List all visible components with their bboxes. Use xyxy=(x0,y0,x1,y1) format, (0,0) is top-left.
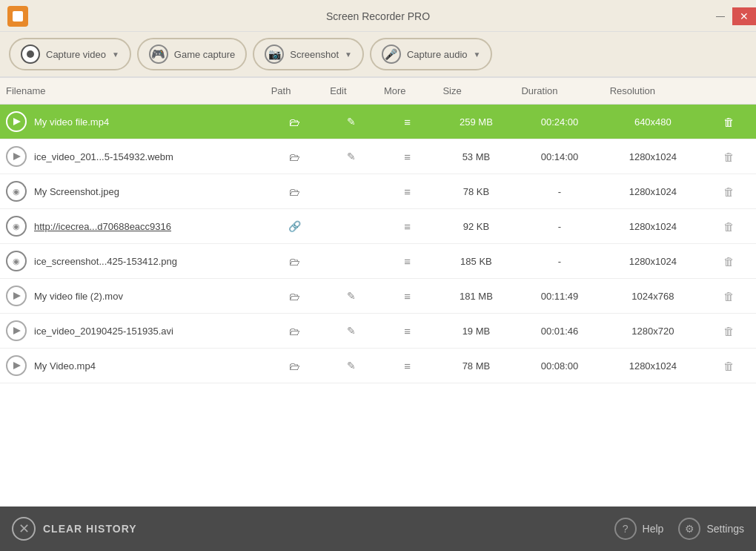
delete-cell: 🗑 xyxy=(702,174,756,209)
delete-icon[interactable]: 🗑 xyxy=(723,325,735,337)
play-triangle xyxy=(13,327,21,334)
more-icon[interactable]: ≡ xyxy=(404,116,411,128)
more-icon[interactable]: ≡ xyxy=(404,325,411,337)
duration-cell: 00:14:00 xyxy=(515,139,603,174)
path-cell: 🗁 xyxy=(265,139,324,174)
screenshot-button[interactable]: 📷 Screenshot ▼ xyxy=(253,38,364,70)
table-row[interactable]: My video file.mp4 🗁 ✎ ≡ 259 MB 00:24:00 … xyxy=(0,105,756,139)
file-list-scroll[interactable]: Filename Path Edit More Size Duration Re… xyxy=(0,78,756,507)
edit-cell: ✎ xyxy=(324,139,378,174)
link-icon[interactable]: 🔗 xyxy=(288,220,301,232)
resolution-cell: 640x480 xyxy=(604,105,702,139)
more-icon[interactable]: ≡ xyxy=(404,360,411,372)
filename-cell: My Video.mp4 xyxy=(0,349,265,383)
settings-icon: ⚙ xyxy=(678,518,700,540)
screenshot-chevron: ▼ xyxy=(345,50,352,59)
game-capture-icon: 🎮 xyxy=(149,44,168,64)
screenshot-type-icon: ◉ xyxy=(6,251,27,271)
minimize-button[interactable]: — xyxy=(709,7,732,25)
filename-cell: My video file.mp4 xyxy=(0,105,265,139)
edit-icon[interactable]: ✎ xyxy=(347,325,356,337)
filename-text: ice_screenshot...425-153412.png xyxy=(34,256,177,267)
path-cell: 🗁 xyxy=(265,349,324,383)
play-triangle xyxy=(13,153,21,160)
filename-text: My video file (2).mov xyxy=(34,291,123,302)
play-icon[interactable] xyxy=(6,320,27,341)
more-icon[interactable]: ≡ xyxy=(404,185,411,198)
capture-audio-button[interactable]: 🎤 Capture audio ▼ xyxy=(370,38,493,70)
delete-cell: 🗑 xyxy=(702,314,756,349)
more-cell: ≡ xyxy=(378,349,437,383)
table-row[interactable]: ◉ http://icecrea...d70688eacc9316 🔗 ≡ 92… xyxy=(0,209,756,244)
delete-icon[interactable]: 🗑 xyxy=(723,151,735,163)
size-cell: 19 MB xyxy=(437,314,515,349)
delete-icon[interactable]: 🗑 xyxy=(723,255,735,268)
settings-label: Settings xyxy=(706,523,744,535)
clear-history-button[interactable]: ✕ CLEAR HISTORY xyxy=(12,517,137,541)
delete-cell: 🗑 xyxy=(702,349,756,383)
path-cell: 🗁 xyxy=(265,105,324,139)
table-row[interactable]: ice_video_201...5-154932.webm 🗁 ✎ ≡ 53 M… xyxy=(0,139,756,174)
edit-icon[interactable]: ✎ xyxy=(347,151,356,162)
delete-cell: 🗑 xyxy=(702,139,756,174)
settings-button[interactable]: ⚙ Settings xyxy=(678,518,744,540)
folder-icon[interactable]: 🗁 xyxy=(289,360,300,372)
folder-icon[interactable]: 🗁 xyxy=(289,116,300,128)
col-header-path: Path xyxy=(265,78,324,105)
screenshot-type-icon: ◉ xyxy=(6,181,27,202)
path-cell: 🗁 xyxy=(265,244,324,279)
table-row[interactable]: ◉ My Screenshot.jpeg 🗁 ≡ 78 KB - 1280x10… xyxy=(0,174,756,209)
screenshot-type-icon: ◉ xyxy=(6,216,27,237)
folder-icon[interactable]: 🗁 xyxy=(289,151,300,163)
delete-icon[interactable]: 🗑 xyxy=(723,360,735,372)
delete-icon[interactable]: 🗑 xyxy=(723,116,735,128)
folder-icon[interactable]: 🗁 xyxy=(289,185,300,198)
resolution-cell: 1024x768 xyxy=(604,279,702,314)
play-icon[interactable] xyxy=(6,111,27,132)
path-cell: 🔗 xyxy=(265,209,324,244)
more-cell: ≡ xyxy=(378,314,437,349)
folder-icon[interactable]: 🗁 xyxy=(289,290,300,303)
resolution-cell: 1280x1024 xyxy=(604,244,702,279)
table-row[interactable]: My video file (2).mov 🗁 ✎ ≡ 181 MB 00:11… xyxy=(0,279,756,314)
close-button[interactable]: ✕ xyxy=(732,7,756,25)
delete-icon[interactable]: 🗑 xyxy=(723,220,735,233)
duration-cell: - xyxy=(515,174,603,209)
more-icon[interactable]: ≡ xyxy=(404,151,411,163)
play-icon[interactable] xyxy=(6,355,27,376)
edit-icon[interactable]: ✎ xyxy=(347,360,356,372)
help-icon: ? xyxy=(614,518,637,540)
play-icon[interactable] xyxy=(6,146,27,167)
col-header-edit: Edit xyxy=(324,78,378,105)
game-capture-button[interactable]: 🎮 Game capture xyxy=(137,38,247,70)
delete-icon[interactable]: 🗑 xyxy=(723,185,735,198)
help-label: Help xyxy=(643,523,664,535)
capture-video-button[interactable]: Capture video ▼ xyxy=(9,38,131,70)
play-triangle xyxy=(13,292,21,300)
size-cell: 185 KB xyxy=(437,244,515,279)
screenshot-label: Screenshot xyxy=(290,49,339,60)
folder-icon[interactable]: 🗁 xyxy=(289,255,300,268)
delete-cell: 🗑 xyxy=(702,244,756,279)
capture-video-label: Capture video xyxy=(46,49,106,60)
more-icon[interactable]: ≡ xyxy=(404,255,411,268)
more-cell: ≡ xyxy=(378,279,437,314)
edit-icon[interactable]: ✎ xyxy=(347,116,356,128)
edit-icon[interactable]: ✎ xyxy=(347,290,356,302)
play-icon[interactable] xyxy=(6,286,27,306)
content-area: Filename Path Edit More Size Duration Re… xyxy=(0,78,756,507)
more-icon[interactable]: ≡ xyxy=(404,290,411,303)
table-row[interactable]: My Video.mp4 🗁 ✎ ≡ 78 MB 00:08:00 1280x1… xyxy=(0,349,756,383)
table-row[interactable]: ice_video_20190425-151935.avi 🗁 ✎ ≡ 19 M… xyxy=(0,314,756,349)
delete-icon[interactable]: 🗑 xyxy=(723,290,735,303)
folder-icon[interactable]: 🗁 xyxy=(289,325,300,337)
table-row[interactable]: ◉ ice_screenshot...425-153412.png 🗁 ≡ 18… xyxy=(0,244,756,279)
more-icon[interactable]: ≡ xyxy=(404,220,411,233)
duration-cell: 00:01:46 xyxy=(515,314,603,349)
filename-link[interactable]: http://icecrea...d70688eacc9316 xyxy=(34,221,171,232)
play-triangle xyxy=(13,118,21,125)
footer-right: ? Help ⚙ Settings xyxy=(614,518,744,540)
filename-text: ice_video_201...5-154932.webm xyxy=(34,151,173,162)
resolution-cell: 1280x1024 xyxy=(604,139,702,174)
help-button[interactable]: ? Help xyxy=(614,518,664,540)
